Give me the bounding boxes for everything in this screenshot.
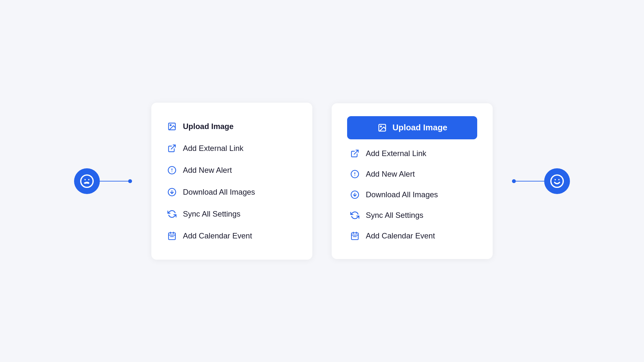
right-menu-panel: Upload Image Add External Link Add N (332, 103, 493, 259)
happy-face-circle (544, 168, 570, 194)
upload-image-icon (167, 121, 177, 132)
right-download-all-images-label: Download All Images (366, 190, 438, 199)
right-external-link-icon (350, 148, 360, 159)
left-upload-image-label: Upload Image (183, 122, 233, 131)
svg-point-5 (170, 125, 171, 126)
right-line (512, 181, 544, 181)
right-calendar-icon (350, 231, 360, 241)
left-add-calendar-event-label: Add Calendar Event (183, 231, 252, 240)
svg-point-3 (88, 179, 90, 180)
right-upload-image-button[interactable]: Upload Image (347, 116, 477, 139)
right-add-calendar-event-item[interactable]: Add Calendar Event (347, 226, 477, 246)
svg-point-31 (554, 179, 556, 180)
calendar-icon (167, 231, 177, 241)
svg-point-0 (81, 175, 93, 187)
right-sync-all-settings-label: Sync All Settings (366, 211, 423, 220)
main-container: Upload Image Add External Link Add N (0, 103, 644, 260)
right-add-calendar-event-label: Add Calendar Event (366, 231, 435, 240)
left-add-new-alert-item[interactable]: Add New Alert (167, 159, 297, 181)
right-sync-all-settings-item[interactable]: Sync All Settings (347, 205, 477, 226)
right-add-new-alert-item[interactable]: Add New Alert (347, 164, 477, 184)
right-add-new-alert-label: Add New Alert (366, 170, 415, 179)
left-download-all-images-item[interactable]: Download All Images (167, 181, 297, 203)
left-download-all-images-label: Download All Images (183, 188, 255, 197)
svg-line-6 (171, 145, 175, 149)
left-sync-all-settings-item[interactable]: Sync All Settings (167, 203, 297, 225)
right-download-circle-icon (350, 190, 360, 200)
left-add-external-link-item[interactable]: Add External Link (167, 137, 297, 159)
right-connector (512, 168, 570, 194)
svg-point-2 (84, 179, 86, 180)
left-add-external-link-label: Add External Link (183, 144, 243, 153)
right-alert-icon (350, 169, 360, 179)
left-line (100, 181, 132, 181)
alert-icon (167, 165, 177, 175)
svg-point-30 (551, 175, 563, 187)
sad-face-icon (80, 174, 94, 189)
happy-face-icon (550, 174, 564, 189)
left-sync-all-settings-label: Sync All Settings (183, 209, 241, 218)
left-menu-panel: Upload Image Add External Link Add N (151, 103, 312, 260)
svg-point-18 (380, 126, 382, 127)
right-sync-icon (350, 210, 360, 220)
right-upload-image-icon (377, 123, 387, 133)
external-link-icon (167, 143, 177, 153)
sad-face-circle (74, 168, 100, 194)
left-connector (74, 168, 132, 194)
sync-icon (167, 209, 177, 219)
svg-line-19 (354, 150, 358, 154)
left-add-new-alert-label: Add New Alert (183, 166, 232, 175)
left-add-calendar-event-item[interactable]: Add Calendar Event (167, 225, 297, 247)
right-add-external-link-label: Add External Link (366, 149, 426, 158)
download-circle-icon (167, 187, 177, 197)
svg-point-32 (558, 179, 560, 180)
right-download-all-images-item[interactable]: Download All Images (347, 184, 477, 205)
right-upload-image-label: Upload Image (393, 123, 447, 133)
left-upload-image-item[interactable]: Upload Image (167, 116, 297, 137)
right-add-external-link-item[interactable]: Add External Link (347, 143, 477, 164)
